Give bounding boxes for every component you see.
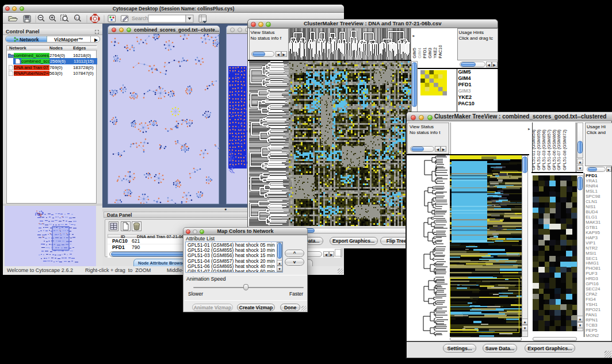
svg-text:Search:: Search: (132, 16, 150, 21)
svg-text:1:1: 1:1 (75, 16, 79, 20)
